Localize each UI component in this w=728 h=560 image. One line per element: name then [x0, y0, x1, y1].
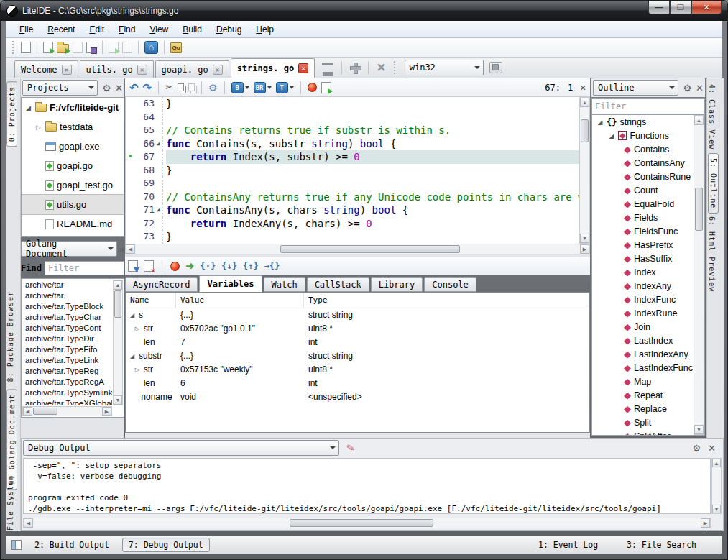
outline-function-item[interactable]: ◆ LastIndexFunc	[592, 361, 704, 375]
tab-close-icon[interactable]: ✕	[62, 65, 72, 75]
stop-debug-icon[interactable]	[170, 262, 180, 271]
debug-output-button[interactable]: 7: Debug Output	[122, 538, 210, 552]
tree-item-goapi-test-go[interactable]: goapi_test.go	[22, 175, 124, 195]
file-search-button[interactable]: 3: File Search	[621, 538, 702, 551]
tab-close-icon[interactable]: ✕	[137, 65, 147, 75]
code-line[interactable]: 73 }	[126, 230, 590, 244]
output-panel-select[interactable]: Debug Output	[23, 440, 339, 456]
tab-callstack[interactable]: CallStack	[307, 277, 369, 292]
close-tab-icon[interactable]: ✕	[377, 61, 386, 74]
paste-icon[interactable]	[188, 83, 195, 91]
copy-icon[interactable]	[178, 83, 184, 91]
editor-vscrollbar[interactable]: ▲ ▼	[579, 97, 590, 244]
menu-item[interactable]: Debug	[210, 22, 248, 37]
save-file-icon[interactable]	[73, 42, 83, 53]
code-line[interactable]: ➤ 67 return Index(s, substr) >= 0	[126, 150, 590, 164]
godoc-list-item[interactable]: archive/tar.TypeSymlink	[22, 387, 112, 398]
outline-function-item[interactable]: ◆ EqualFold	[592, 197, 704, 211]
outline-function-item[interactable]: ◆ Join	[592, 320, 704, 334]
tree-item-root-folder[interactable]: ◢ F:/vfc/liteide-git	[22, 98, 124, 117]
fold-marker-icon[interactable]	[155, 97, 163, 111]
godoc-list-item[interactable]: archive/tar.TypeCont	[22, 323, 112, 334]
tab-library[interactable]: Library	[371, 277, 423, 292]
build-button[interactable]: B	[231, 82, 249, 93]
stop-session-icon[interactable]	[144, 260, 154, 272]
variable-row[interactable]: ◢s {...} struct string	[126, 308, 589, 322]
clear-output-icon[interactable]: ✎	[346, 441, 356, 454]
tab-watch[interactable]: Watch	[264, 277, 305, 292]
fold-marker-icon[interactable]: ◢	[155, 137, 163, 151]
outline-function-item[interactable]: ◆ Fields	[592, 211, 704, 224]
build-output-button[interactable]: 2: Build Output	[29, 538, 115, 551]
fold-marker-icon[interactable]	[155, 230, 163, 244]
godoc-list-item[interactable]: archive/tar.TypeXGlobalHeader	[22, 398, 112, 405]
godoc-vscrollbar[interactable]: ▲ ▼	[113, 280, 123, 405]
expander-icon[interactable]: ◢	[130, 349, 139, 363]
expander-icon[interactable]: ◢	[130, 308, 139, 322]
toggle-sidebar-icon[interactable]	[11, 540, 22, 550]
godoc-hscrollbar[interactable]: ◀ ▶	[22, 406, 112, 416]
code-line[interactable]: 66 ◢ func Contains(s, substr string) boo…	[126, 137, 590, 151]
step-instruction-icon[interactable]: →{}	[264, 261, 280, 271]
fold-marker-icon[interactable]	[155, 177, 163, 191]
build-run-button[interactable]: BR	[254, 82, 272, 93]
debug-output-text[interactable]: -sep=", ": setup separators -v=false: ve…	[23, 458, 711, 514]
outline-function-item[interactable]: ◆ IndexFunc	[592, 293, 704, 306]
godoc-list-item[interactable]: archive/tar.TypeDir	[22, 334, 112, 344]
expander-icon[interactable]	[135, 336, 144, 349]
tree-item-goapi-go[interactable]: goapi.go	[22, 156, 124, 175]
tab-welcome[interactable]: Welcome ✕	[14, 60, 78, 78]
menu-item[interactable]: Help	[249, 22, 280, 37]
outline-function-item[interactable]: ◆ HasPrefix	[592, 238, 704, 252]
outline-function-item[interactable]: ◆ Contains	[592, 142, 704, 156]
code-line[interactable]: 72 return IndexAny(s, chars) >= 0	[126, 217, 590, 231]
fold-marker-icon[interactable]	[155, 124, 163, 137]
gear-icon[interactable]: ⚙	[102, 83, 111, 93]
fold-marker-icon[interactable]	[155, 217, 163, 231]
outline-function-item[interactable]: ◆ Count	[592, 183, 704, 197]
menu-item[interactable]: Find	[112, 22, 142, 37]
expander-icon[interactable]: ▷	[135, 322, 144, 336]
step-into-icon[interactable]: {↓}	[221, 261, 237, 271]
undo-icon[interactable]: ↶	[129, 82, 139, 93]
sidebar-item-projects[interactable]: 0: Projects	[6, 81, 17, 147]
target-options-button[interactable]	[489, 62, 502, 73]
column-name[interactable]: Name	[126, 293, 176, 308]
test-button[interactable]: T	[276, 82, 294, 93]
tab-strings-go[interactable]: strings. go ✕	[231, 58, 315, 78]
outline-group-functions[interactable]: ◢ ◆ Functions	[592, 129, 704, 142]
fold-marker-icon[interactable]	[155, 150, 163, 164]
tree-item-testdata[interactable]: ▷ testdata	[22, 117, 124, 137]
close-panel-icon[interactable]: ✕	[708, 444, 716, 453]
godoc-list-item[interactable]: archive/tar.TypeChar	[22, 312, 112, 323]
outline-function-item[interactable]: ◆ HasSuffix	[592, 252, 704, 265]
projects-panel-select[interactable]: Projects	[22, 80, 98, 96]
close-panel-icon[interactable]: ✕	[115, 83, 123, 93]
menu-item[interactable]: Edit	[83, 22, 111, 37]
expander-icon[interactable]	[132, 390, 141, 404]
golang-document-select[interactable]: Golang Document	[21, 241, 117, 257]
column-value[interactable]: Value	[176, 293, 304, 308]
load-session-icon[interactable]	[128, 260, 138, 272]
find-filter-input[interactable]	[45, 261, 124, 275]
sidebar-item-html-preview[interactable]: 6: Html Preview	[708, 216, 716, 292]
close-panel-icon[interactable]: ✕	[696, 83, 704, 93]
golang-env-icon[interactable]: Go	[170, 42, 182, 53]
maximize-button[interactable]: ❐	[670, 1, 691, 14]
variable-row[interactable]: len 6 int	[126, 377, 589, 390]
tab-variables[interactable]: Variables	[199, 275, 262, 292]
export-icon[interactable]	[109, 42, 119, 53]
tab-close-icon[interactable]: ✕	[298, 63, 308, 73]
outline-root-strings[interactable]: ◢ {} strings	[592, 115, 704, 129]
home-icon[interactable]: ⌂	[144, 41, 158, 54]
outline-vscrollbar[interactable]: ▲ ▼	[694, 115, 704, 435]
print-icon[interactable]	[122, 42, 132, 53]
outline-function-item[interactable]: ◆ Map	[592, 375, 704, 388]
output-vscrollbar[interactable]: ▲ ▼	[711, 458, 722, 514]
column-type[interactable]: Type	[304, 293, 589, 308]
code-line[interactable]: 71 ◢ func ContainsAny(s, chars string) b…	[126, 203, 590, 217]
gear-icon[interactable]: ⚙	[683, 83, 691, 93]
tab-goapi-go[interactable]: goapi. go ✕	[155, 60, 229, 78]
outline-function-item[interactable]: ◆ Split	[592, 416, 704, 429]
variable-row[interactable]: ▷str 0x5702ac "go1.0.1" uint8 *	[126, 322, 589, 336]
